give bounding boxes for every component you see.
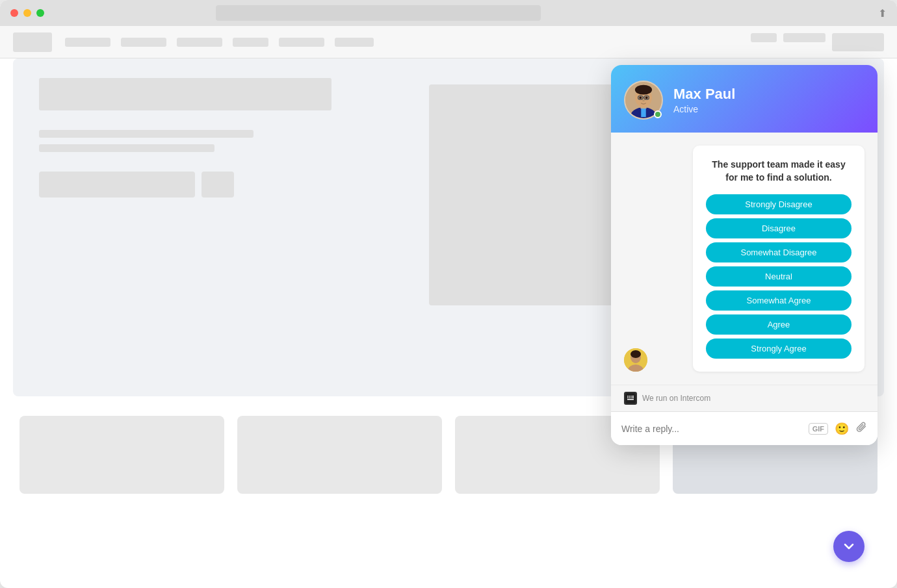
status-dot: [654, 110, 662, 118]
nav-item-solutions[interactable]: [121, 38, 166, 47]
browser-titlebar: ⬆: [0, 0, 897, 26]
svg-rect-21: [627, 398, 629, 399]
agent-avatar-container: [624, 81, 663, 120]
skeleton-line-1: [39, 130, 254, 138]
svg-rect-20: [632, 396, 634, 397]
svg-rect-19: [630, 396, 632, 397]
intercom-footer-banner[interactable]: We run on Intercom: [611, 385, 878, 411]
agent-name: Max Paul: [673, 86, 735, 103]
nav-cta-button[interactable]: [832, 33, 884, 51]
reply-input[interactable]: [621, 424, 801, 434]
chevron-down-icon: [842, 539, 856, 554]
survey-option-strongly-disagree[interactable]: Strongly Disagree: [706, 194, 852, 214]
emoji-button[interactable]: 🙂: [835, 422, 849, 436]
survey-question: The support team made it easy for me to …: [706, 159, 852, 184]
skeleton-line-2: [39, 144, 214, 152]
bottom-card-2: [237, 416, 442, 494]
skeleton-input: [39, 172, 195, 198]
survey-card: The support team made it easy for me to …: [693, 146, 864, 372]
attach-button[interactable]: [855, 421, 867, 436]
scroll-fab[interactable]: [833, 531, 864, 562]
svg-rect-24: [632, 398, 634, 399]
chat-body: The support team made it easy for me to …: [611, 133, 878, 411]
survey-option-disagree[interactable]: Disagree: [706, 218, 852, 238]
paperclip-icon: [855, 421, 867, 433]
svg-point-11: [642, 100, 645, 102]
svg-point-7: [645, 96, 648, 99]
chat-messages: The support team made it easy for me to …: [611, 133, 878, 385]
nav-logo: [13, 32, 52, 52]
survey-option-strongly-agree[interactable]: Strongly Agree: [706, 339, 852, 359]
survey-option-somewhat-agree[interactable]: Somewhat Agree: [706, 290, 852, 311]
traffic-light-green[interactable]: [36, 9, 44, 17]
bottom-card-1: [20, 416, 224, 494]
nav-items: [65, 38, 738, 47]
nav-item-pricing[interactable]: [233, 38, 268, 47]
share-icon[interactable]: ⬆: [878, 7, 887, 19]
traffic-light-yellow[interactable]: [23, 9, 31, 17]
chat-reply-area: GIF 🙂: [611, 411, 878, 445]
svg-point-6: [639, 96, 642, 99]
svg-point-5: [635, 85, 652, 95]
survey-option-neutral[interactable]: Neutral: [706, 266, 852, 287]
reply-actions: GIF 🙂: [809, 421, 867, 436]
user-avatar-small: [624, 348, 647, 372]
nav-item-customers[interactable]: [279, 38, 324, 47]
page-heading-skeleton: [39, 78, 332, 110]
survey-option-agree[interactable]: Agree: [706, 314, 852, 335]
nav-contact[interactable]: [783, 33, 826, 42]
svg-rect-17: [627, 396, 629, 397]
svg-rect-25: [627, 399, 634, 400]
svg-rect-16: [625, 393, 636, 403]
chat-header: Max Paul Active: [611, 65, 878, 133]
chat-header-info: Max Paul Active: [673, 86, 735, 114]
nav-right: [751, 33, 884, 51]
traffic-light-red[interactable]: [10, 9, 18, 17]
svg-rect-18: [629, 396, 630, 397]
browser-window: ⬆: [0, 0, 897, 588]
browser-navbar: [0, 26, 897, 58]
chat-widget: Max Paul Active: [611, 65, 878, 445]
survey-option-somewhat-disagree[interactable]: Somewhat Disagree: [706, 242, 852, 262]
nav-item-partners[interactable]: [335, 38, 374, 47]
nav-item-products[interactable]: [65, 38, 110, 47]
intercom-footer-text: We run on Intercom: [642, 394, 710, 403]
survey-options: Strongly Disagree Disagree Somewhat Disa…: [706, 194, 852, 359]
agent-status: Active: [673, 104, 735, 114]
svg-rect-23: [630, 398, 632, 399]
intercom-logo-svg: [625, 393, 636, 403]
nav-item-resources[interactable]: [177, 38, 222, 47]
user-avatar-svg: [624, 348, 647, 372]
svg-rect-2: [641, 107, 645, 117]
address-bar[interactable]: [216, 5, 541, 21]
nav-login[interactable]: [751, 33, 777, 42]
skeleton-button: [202, 172, 234, 198]
svg-rect-22: [629, 398, 630, 399]
intercom-logo-icon: [624, 392, 637, 405]
gif-button[interactable]: GIF: [809, 423, 828, 435]
svg-point-15: [630, 350, 641, 358]
